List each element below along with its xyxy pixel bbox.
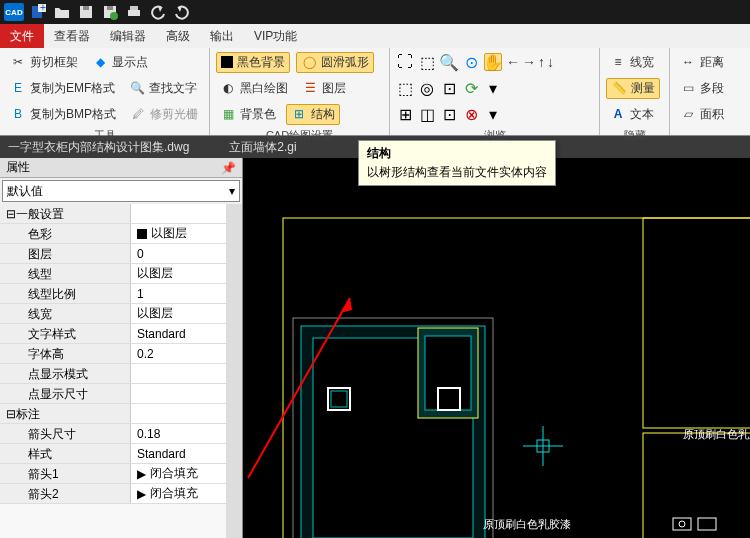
smooth-arc-button[interactable]: ◯圆滑弧形	[296, 52, 374, 73]
view-icon-2[interactable]: ◎	[418, 79, 436, 97]
prop-row[interactable]: 线宽以图层	[0, 304, 242, 324]
lineweight-button[interactable]: ≡线宽	[606, 53, 658, 72]
layers-button[interactable]: ☰图层	[298, 79, 350, 98]
prop-row[interactable]: 线型比例1	[0, 284, 242, 304]
properties-panel: 属性 📌 默认值 ▾ ⊟一般设置 色彩以图层 图层0 线型以图层 线型比例1 线…	[0, 158, 243, 538]
ribbon: ✂剪切框架 ◆显示点 E复制为EMF格式 🔍查找文字 B复制为BMP格式 🖉修剪…	[0, 48, 750, 136]
copy-emf-button[interactable]: E复制为EMF格式	[6, 79, 119, 98]
black-square-icon	[221, 56, 233, 68]
prop-row[interactable]: 线型以图层	[0, 264, 242, 284]
ribbon-label-hide: 隐藏	[606, 126, 663, 143]
prop-row[interactable]: 点显示模式	[0, 364, 242, 384]
view-icon-7[interactable]: ◫	[418, 105, 436, 123]
menu-file[interactable]: 文件	[0, 24, 44, 48]
view-icon-3[interactable]: ⊡	[440, 79, 458, 97]
polyline-button[interactable]: ▭多段	[676, 79, 728, 98]
orbit-icon[interactable]: ⟳	[462, 79, 480, 97]
ribbon-group-cad: 黑色背景 ◯圆滑弧形 ◐黑白绘图 ☰图层 ▦背景色 ⊞结构 CAD绘图设置	[210, 48, 390, 135]
area-icon: ▱	[680, 106, 696, 122]
svg-rect-6	[107, 6, 113, 10]
prop-row[interactable]: 箭头尺寸0.18	[0, 424, 242, 444]
doc-tab-1[interactable]: 一字型衣柜内部结构设计图集.dwg	[8, 139, 189, 156]
bw-icon: ◐	[220, 80, 236, 96]
diamond-icon: ◆	[92, 54, 108, 70]
ribbon-group-hide: ≡线宽 📏测量 A文本 隐藏	[600, 48, 670, 135]
canvas-annotation: 原顶刷白色乳胶漆	[483, 518, 571, 530]
tooltip-body: 以树形结构查看当前文件实体内容	[367, 164, 547, 181]
view-icon-8[interactable]: ⊡	[440, 105, 458, 123]
view-icon-5[interactable]: ▾	[484, 79, 502, 97]
menu-output[interactable]: 输出	[200, 24, 244, 48]
saveas-icon[interactable]	[100, 3, 120, 21]
nav-left-icon[interactable]: ←	[506, 54, 520, 70]
svg-point-7	[110, 12, 118, 20]
doc-tab-2[interactable]: 立面墙体2.gi	[229, 139, 296, 156]
zoom-window-icon[interactable]: ⬚	[418, 53, 436, 71]
cut-frame-button[interactable]: ✂剪切框架	[6, 53, 82, 72]
open-icon[interactable]	[52, 3, 72, 21]
copy-bmp-button[interactable]: B复制为BMP格式	[6, 105, 120, 124]
redo-icon[interactable]	[172, 3, 192, 21]
category-general[interactable]: ⊟一般设置	[0, 204, 242, 224]
new-icon[interactable]: +	[28, 3, 48, 21]
pan-icon[interactable]: ✋	[484, 53, 502, 71]
nav-right-icon[interactable]: →	[522, 54, 536, 70]
drawing-canvas[interactable]: 原顶刷白色乳胶 原顶刷白色乳胶漆	[243, 158, 750, 538]
prop-row[interactable]: 色彩以图层	[0, 224, 242, 244]
prop-row[interactable]: 文字样式Standard	[0, 324, 242, 344]
show-point-button[interactable]: ◆显示点	[88, 53, 152, 72]
tooltip-title: 结构	[367, 145, 547, 162]
bg-color-button[interactable]: ▦背景色	[216, 105, 280, 124]
nav-up-icon[interactable]: ↑	[538, 54, 545, 70]
menu-editor[interactable]: 编辑器	[100, 24, 156, 48]
svg-rect-26	[673, 518, 691, 530]
bmp-icon: B	[10, 106, 26, 122]
nav-down-icon[interactable]: ↓	[547, 54, 554, 70]
measure-button[interactable]: 📏测量	[606, 78, 660, 99]
properties-grid: ⊟一般设置 色彩以图层 图层0 线型以图层 线型比例1 线宽以图层 文字样式St…	[0, 204, 242, 538]
trim-raster-button[interactable]: 🖉修剪光栅	[126, 105, 202, 124]
text-button[interactable]: A文本	[606, 105, 658, 124]
prop-row[interactable]: 箭头2▶闭合填充	[0, 484, 242, 504]
area-button[interactable]: ▱面积	[676, 105, 728, 124]
svg-rect-4	[83, 6, 89, 10]
menu-viewer[interactable]: 查看器	[44, 24, 100, 48]
distance-button[interactable]: ↔距离	[676, 53, 728, 72]
properties-combo[interactable]: 默认值 ▾	[2, 180, 240, 202]
structure-button[interactable]: ⊞结构	[286, 104, 340, 125]
prop-row[interactable]: 字体高0.2	[0, 344, 242, 364]
prop-row[interactable]: 点显示尺寸	[0, 384, 242, 404]
menu-bar: 文件 查看器 编辑器 高级 输出 VIP功能	[0, 24, 750, 48]
bw-draw-button[interactable]: ◐黑白绘图	[216, 79, 292, 98]
svg-rect-19	[643, 433, 750, 538]
zoom-extents-icon[interactable]: ⛶	[396, 53, 414, 71]
view-icon-9[interactable]: ⊗	[462, 105, 480, 123]
ribbon-group-browse: ⛶ ⬚ 🔍 ⊙ ✋ ← → ↑ ↓ ⬚ ◎ ⊡ ⟳ ▾ ⊞	[390, 48, 600, 135]
category-annotation[interactable]: ⊟标注	[0, 404, 242, 424]
menu-advanced[interactable]: 高级	[156, 24, 200, 48]
distance-icon: ↔	[680, 54, 696, 70]
zoom-in-icon[interactable]: 🔍	[440, 53, 458, 71]
ruler-icon: 📏	[611, 80, 627, 96]
print-icon[interactable]	[124, 3, 144, 21]
svg-rect-8	[128, 10, 140, 16]
zoom-dyn-icon[interactable]: ⊙	[462, 53, 480, 71]
pin-icon[interactable]: 📌	[221, 161, 236, 175]
black-bg-button[interactable]: 黑色背景	[216, 52, 290, 73]
title-bar: CAD +	[0, 0, 750, 24]
pencil-icon: 🖉	[130, 106, 146, 122]
undo-icon[interactable]	[148, 3, 168, 21]
find-text-button[interactable]: 🔍查找文字	[125, 79, 201, 98]
view-icon-1[interactable]: ⬚	[396, 79, 414, 97]
prop-row[interactable]: 图层0	[0, 244, 242, 264]
view-icon-6[interactable]: ⊞	[396, 105, 414, 123]
chevron-down-icon: ▾	[229, 184, 235, 198]
view-icon-10[interactable]: ▾	[484, 105, 502, 123]
prop-row[interactable]: 箭头1▶闭合填充	[0, 464, 242, 484]
scrollbar[interactable]	[226, 204, 242, 538]
tree-icon: ⊞	[291, 106, 307, 122]
menu-vip[interactable]: VIP功能	[244, 24, 307, 48]
arrow-icon: ▶	[137, 467, 146, 481]
save-icon[interactable]	[76, 3, 96, 21]
prop-row[interactable]: 样式Standard	[0, 444, 242, 464]
